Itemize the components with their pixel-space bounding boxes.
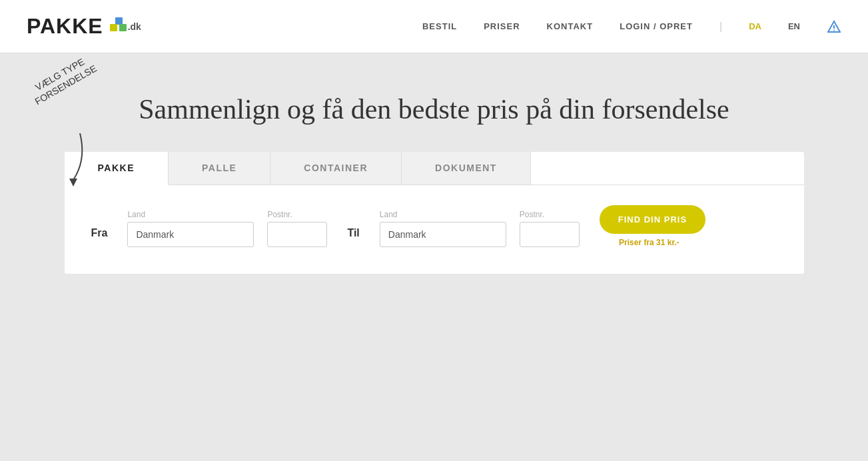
price-hint: Priser fra 31 kr.-	[619, 238, 679, 247]
lang-en[interactable]: EN	[788, 21, 800, 31]
svg-point-5	[833, 29, 835, 31]
svg-rect-1	[110, 24, 117, 31]
logo-text: PAKKE	[27, 14, 103, 39]
svg-rect-2	[119, 24, 127, 31]
lang-da[interactable]: DA	[749, 21, 761, 31]
fra-postal-group: Postnr.	[267, 210, 327, 247]
alert-icon[interactable]	[827, 19, 841, 34]
form-panel: PAKKE PALLE CONTAINER DOKUMENT Fra Land …	[65, 152, 804, 274]
fra-country-group: Land	[127, 210, 254, 247]
fra-country-label: Land	[127, 210, 254, 219]
headline: Sammenlign og få den bedste pris på din …	[27, 87, 841, 125]
annotation: VÆLG TYPE FORSENDELSE	[20, 73, 127, 193]
logo[interactable]: PAKKE .dk	[27, 14, 141, 39]
annotation-arrow	[60, 133, 93, 187]
main-nav: BESTIL PRISER KONTAKT LOGIN / OPRET | DA…	[422, 19, 841, 34]
annotation-text: VÆLG TYPE FORSENDELSE	[27, 52, 99, 108]
find-btn-container: FIND DIN PRIS Priser fra 31 kr.-	[593, 205, 705, 247]
til-country-label: Land	[380, 210, 506, 219]
headline-text: Sammenlign og få den bedste pris på din …	[27, 93, 841, 125]
nav-kontakt[interactable]: KONTAKT	[547, 21, 594, 31]
tabs: PAKKE PALLE CONTAINER DOKUMENT	[65, 152, 804, 185]
nav-priser[interactable]: PRISER	[484, 21, 520, 31]
til-postal-input[interactable]	[520, 222, 580, 247]
svg-marker-6	[69, 179, 77, 187]
fra-postal-label: Postnr.	[267, 210, 327, 219]
nav-login[interactable]: LOGIN / OPRET	[620, 21, 693, 31]
logo-dk-text: .dk	[128, 21, 141, 32]
fra-label: Fra	[91, 227, 108, 247]
tab-palle[interactable]: PALLE	[169, 152, 270, 185]
form-body: Fra Land Postnr. Til Land Postnr. FIND D…	[65, 185, 804, 274]
find-pris-button[interactable]: FIND DIN PRIS	[600, 205, 705, 234]
svg-rect-0	[115, 17, 123, 25]
til-postal-label: Postnr.	[520, 210, 580, 219]
main-content: VÆLG TYPE FORSENDELSE Sammenlign og få d…	[0, 53, 868, 460]
til-country-input[interactable]	[380, 222, 506, 247]
fra-country-input[interactable]	[127, 222, 254, 247]
nav-bestil[interactable]: BESTIL	[422, 21, 457, 31]
header: PAKKE .dk BESTIL PRISER KONTAKT LOGIN / …	[0, 0, 868, 53]
tab-container[interactable]: CONTAINER	[270, 152, 402, 185]
lang-divider: |	[719, 21, 722, 33]
fra-postal-input[interactable]	[267, 222, 327, 247]
tab-dokument[interactable]: DOKUMENT	[402, 152, 531, 185]
til-postal-group: Postnr.	[520, 210, 580, 247]
til-country-group: Land	[380, 210, 506, 247]
logo-icon	[107, 17, 127, 36]
til-label: Til	[347, 227, 359, 247]
